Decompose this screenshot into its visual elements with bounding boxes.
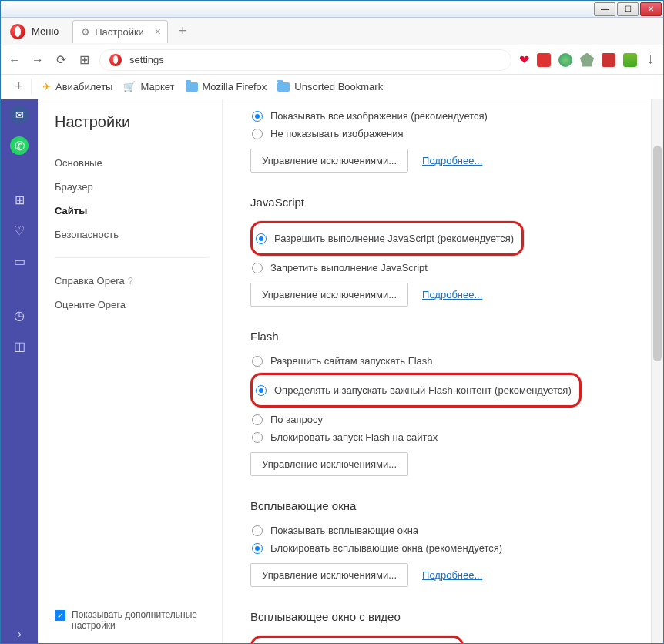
flash-opt-detect[interactable]: Определять и запускать важный Flash-конт… <box>254 384 572 396</box>
images-more-link[interactable]: Подробнее... <box>422 155 482 166</box>
popups-more-link[interactable]: Подробнее... <box>422 569 482 581</box>
address-input[interactable]: settings <box>99 49 511 71</box>
menu-button[interactable]: Меню <box>32 25 59 37</box>
speed-dial-icon[interactable]: ⊞ <box>10 190 29 209</box>
ext-icon-4[interactable] <box>602 53 615 67</box>
cart-icon: 🛒 <box>123 81 136 92</box>
tab-bar: Меню ⚙ Настройки × + <box>1 18 663 45</box>
js-opt-allow[interactable]: Разрешить выполнение JavaScript (рекомен… <box>254 233 514 244</box>
settings-sidebar: Настройки Основные Браузер Сайты Безопас… <box>38 99 223 643</box>
ext-icon-5[interactable] <box>623 53 637 67</box>
images-exceptions-button[interactable]: Управление исключениями... <box>250 149 408 173</box>
js-title: JavaScript <box>250 196 645 209</box>
window-titlebar: — ☐ ✕ <box>1 1 663 18</box>
js-opt-block[interactable]: Запретить выполнение JavaScript <box>250 262 645 273</box>
side-rail: ✉ ✆ ⊞ ♡ ▭ ◷ ◫ › <box>1 99 38 643</box>
reload-icon[interactable]: ⟳ <box>53 52 69 67</box>
show-advanced-label: Показывать дополнительные настройки <box>72 609 210 631</box>
bookmark-market[interactable]: 🛒Маркет <box>123 81 174 92</box>
sidebar-item-rate[interactable]: Оцените Opera <box>55 293 222 317</box>
address-bar: ← → ⟳ ⊞ settings ❤ ⭳ <box>1 45 663 75</box>
tab-settings[interactable]: ⚙ Настройки × <box>72 20 168 43</box>
bookmark-firefox[interactable]: Mozilla Firefox <box>186 81 267 92</box>
minimize-button[interactable]: — <box>594 2 615 16</box>
page-title: Настройки <box>55 113 222 131</box>
opera-logo-icon[interactable] <box>10 24 25 39</box>
bookmark-unsorted[interactable]: Unsorted Bookmark <box>277 81 383 92</box>
heart-rail-icon[interactable]: ♡ <box>10 221 29 240</box>
settings-content: Показывать все изображения (рекомендуетс… <box>223 99 663 643</box>
news-icon[interactable]: ▭ <box>10 252 29 270</box>
forward-icon[interactable]: → <box>30 53 45 67</box>
speed-dial-icon[interactable]: ⊞ <box>76 52 92 67</box>
maximize-button[interactable]: ☐ <box>617 2 639 16</box>
ext-icon-1[interactable] <box>537 53 551 67</box>
sidebar-item-sites[interactable]: Сайты <box>55 199 222 223</box>
download-icon[interactable]: ⭳ <box>645 53 657 67</box>
extensions-icon[interactable]: ◫ <box>10 337 29 355</box>
popups-title: Всплывающие окна <box>250 499 645 512</box>
sidebar-item-security[interactable]: Безопасность <box>55 223 222 247</box>
flash-exceptions-button[interactable]: Управление исключениями... <box>250 452 408 476</box>
gear-icon: ⚙ <box>81 26 90 38</box>
folder-icon <box>277 82 290 92</box>
opera-icon <box>109 54 122 66</box>
show-advanced-checkbox[interactable]: ✓ <box>55 610 65 621</box>
popups-exceptions-button[interactable]: Управление исключениями... <box>250 563 408 587</box>
heart-icon[interactable]: ❤ <box>519 52 529 67</box>
sidebar-item-browser[interactable]: Браузер <box>55 175 222 199</box>
plane-icon: ✈ <box>42 81 51 92</box>
messenger-icon[interactable]: ✉ <box>10 106 29 124</box>
bookmark-bar: + ✈Авиабилеты 🛒Маркет Mozilla Firefox Un… <box>1 75 663 99</box>
bookmark-aviabilety[interactable]: ✈Авиабилеты <box>42 81 112 92</box>
sidebar-item-help[interactable]: Справка Opera? <box>55 269 222 293</box>
tab-close-icon[interactable]: × <box>155 25 161 38</box>
tab-title: Настройки <box>95 26 144 38</box>
history-icon[interactable]: ◷ <box>10 306 29 324</box>
ext-icon-2[interactable] <box>558 53 572 67</box>
popups-opt-show[interactable]: Показывать всплывающие окна <box>250 525 645 536</box>
flash-opt-ask[interactable]: По запросу <box>250 414 645 425</box>
popups-opt-block[interactable]: Блокировать всплывающие окна (рекомендуе… <box>250 542 645 554</box>
ext-icon-3[interactable] <box>580 53 594 67</box>
sidebar-item-basic[interactable]: Основные <box>55 151 222 175</box>
images-opt-hide[interactable]: Не показывать изображения <box>250 128 645 139</box>
js-exceptions-button[interactable]: Управление исключениями... <box>250 283 408 307</box>
flash-opt-block[interactable]: Блокировать запуск Flash на сайтах <box>250 431 645 443</box>
folder-icon <box>186 82 198 92</box>
scrollbar-thumb[interactable] <box>653 146 662 361</box>
scrollbar[interactable] <box>651 99 663 643</box>
new-tab-button[interactable]: + <box>179 23 187 39</box>
close-button[interactable]: ✕ <box>640 2 662 16</box>
rail-toggle-icon[interactable]: › <box>10 625 29 643</box>
help-icon: ? <box>128 275 133 287</box>
address-value: settings <box>129 54 164 65</box>
video-title: Всплывающее окно с видео <box>250 610 645 623</box>
back-icon[interactable]: ← <box>7 53 22 67</box>
whatsapp-icon[interactable]: ✆ <box>10 136 29 155</box>
flash-opt-allow[interactable]: Разрешить сайтам запускать Flash <box>250 355 645 367</box>
js-more-link[interactable]: Подробнее... <box>422 289 482 300</box>
flash-title: Flash <box>250 330 645 343</box>
add-bookmark-button[interactable]: + <box>7 79 32 95</box>
images-opt-show[interactable]: Показывать все изображения (рекомендуетс… <box>250 110 645 122</box>
